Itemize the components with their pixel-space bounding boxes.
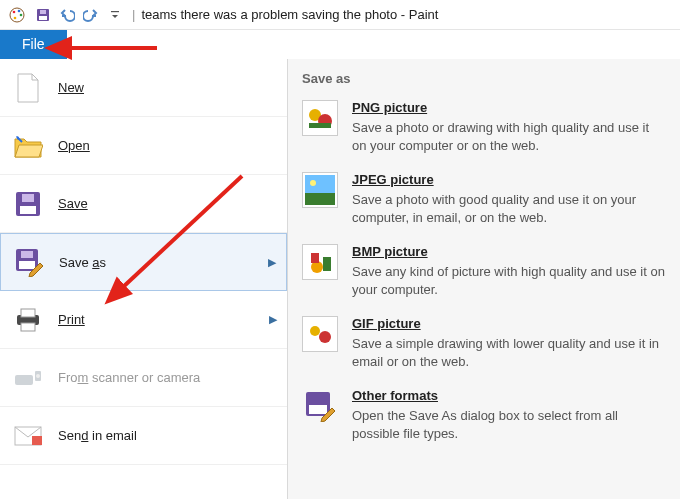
svg-point-29 [310,180,316,186]
ribbon-tabs: File [0,30,680,59]
save-as-submenu: Save as PNG picture Save a photo or draw… [288,59,680,499]
svg-point-2 [18,9,21,12]
open-folder-icon [12,130,44,162]
format-desc: Save a simple drawing with lower quality… [352,335,666,370]
svg-point-3 [20,13,23,16]
format-item-png[interactable]: PNG picture Save a photo or drawing with… [302,100,666,154]
svg-rect-22 [32,436,42,445]
svg-rect-32 [311,253,319,263]
format-title: GIF picture [352,316,666,331]
file-menu-left: New Open Save Save as ▶ Print [0,59,288,499]
svg-rect-18 [15,375,33,385]
svg-point-4 [14,16,17,19]
menu-item-open[interactable]: Open [0,117,287,175]
format-item-other[interactable]: Other formats Open the Save As dialog bo… [302,388,666,442]
format-title: Other formats [352,388,666,403]
scanner-icon [12,362,44,394]
chevron-right-icon: ▶ [269,313,277,326]
menu-label-scanner: From scanner or camera [58,370,200,385]
file-tab[interactable]: File [0,30,67,59]
svg-rect-27 [305,175,335,193]
menu-item-new[interactable]: New [0,59,287,117]
menu-item-print[interactable]: Print ▶ [0,291,287,349]
quick-access-toolbar [32,4,126,26]
menu-item-save-as[interactable]: Save as ▶ [0,233,287,291]
svg-rect-26 [309,123,331,128]
format-title: JPEG picture [352,172,666,187]
svg-rect-33 [323,257,331,271]
jpeg-icon [302,172,338,208]
bmp-icon [302,244,338,280]
svg-rect-8 [111,11,119,12]
save-as-header: Save as [302,71,666,86]
svg-point-1 [13,10,16,13]
format-item-gif[interactable]: GIF picture Save a simple drawing with l… [302,316,666,370]
svg-point-36 [319,331,331,343]
qat-save-icon[interactable] [32,4,54,26]
menu-label-open: Open [58,138,90,153]
save-as-icon [13,246,45,278]
save-disk-icon [12,188,44,220]
menu-label-print: Print [58,312,85,327]
png-icon [302,100,338,136]
qat-redo-icon[interactable] [80,4,102,26]
svg-rect-14 [21,251,33,258]
svg-rect-10 [20,206,36,214]
format-title: PNG picture [352,100,666,115]
qat-customize-dropdown[interactable] [104,4,126,26]
gif-icon [302,316,338,352]
menu-label-save: Save [58,196,88,211]
svg-rect-7 [40,10,46,14]
menu-label-new: New [58,80,84,95]
format-item-bmp[interactable]: BMP picture Save any kind of picture wit… [302,244,666,298]
titlebar: | teams there was a problem saving the p… [0,0,680,30]
paint-app-icon [6,4,28,26]
format-desc: Save a photo or drawing with high qualit… [352,119,666,154]
svg-rect-6 [39,16,47,20]
qat-undo-icon[interactable] [56,4,78,26]
chevron-right-icon: ▶ [268,256,276,269]
format-desc: Save any kind of picture with high quali… [352,263,666,298]
svg-point-35 [310,326,320,336]
format-title: BMP picture [352,244,666,259]
svg-rect-38 [309,405,327,414]
svg-rect-11 [22,194,34,202]
svg-rect-17 [21,323,35,331]
svg-rect-28 [305,193,335,205]
window-title: teams there was a problem saving the pho… [141,7,438,22]
menu-item-save[interactable]: Save [0,175,287,233]
file-menu: New Open Save Save as ▶ Print [0,59,680,499]
format-desc: Open the Save As dialog box to select fr… [352,407,666,442]
format-item-jpeg[interactable]: JPEG picture Save a photo with good qual… [302,172,666,226]
svg-point-20 [36,374,40,378]
menu-item-send-email[interactable]: Send in email [0,407,287,465]
title-separator: | [132,7,135,22]
new-file-icon [12,72,44,104]
format-desc: Save a photo with good quality and use i… [352,191,666,226]
print-icon [12,304,44,336]
menu-label-save-as: Save as [59,255,106,270]
menu-label-send-email: Send in email [58,428,137,443]
menu-item-scanner: From scanner or camera [0,349,287,407]
svg-rect-13 [19,261,35,269]
email-icon [12,420,44,452]
svg-rect-16 [21,309,35,317]
other-formats-icon [302,388,338,424]
